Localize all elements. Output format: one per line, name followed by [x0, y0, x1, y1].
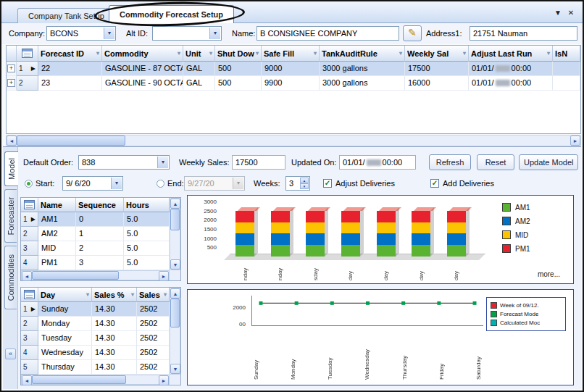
- row-header[interactable]: 4: [21, 346, 38, 360]
- grid-horizontal-scrollbar[interactable]: ◄ ►: [6, 135, 581, 146]
- tab-company-tank-setup[interactable]: Company Tank Setup: [17, 8, 115, 23]
- cell-sales-pct[interactable]: 14.30: [92, 360, 137, 375]
- scrollbar-track[interactable]: [170, 328, 180, 364]
- column-header-name[interactable]: Name: [38, 198, 76, 212]
- sort-down-icon[interactable]: ▾: [312, 50, 317, 57]
- scrollbar-track[interactable]: [119, 271, 159, 280]
- row-header[interactable]: 5: [21, 360, 38, 375]
- column-header-sales[interactable]: Sales▾: [137, 288, 170, 302]
- table-row[interactable]: 1▶ AM1 0 5.0: [21, 212, 170, 227]
- cell-hours[interactable]: 5.0: [124, 256, 170, 270]
- column-header-sales-pct[interactable]: Sales %▾: [92, 288, 137, 302]
- cell-commodity[interactable]: GASOLINE - 90 OCTA: [102, 76, 183, 91]
- chevron-down-icon[interactable]: ▾: [111, 178, 122, 189]
- scrollbar-track[interactable]: [126, 375, 159, 384]
- cell-day[interactable]: Thursday: [38, 360, 92, 375]
- row-selector-header[interactable]: [17, 46, 38, 62]
- start-date-picker[interactable]: 9/ 6/20 ▾: [62, 176, 123, 191]
- row-header[interactable]: 4: [21, 256, 38, 270]
- cell-name[interactable]: AM1: [38, 212, 76, 227]
- scroll-right-icon[interactable]: ►: [570, 135, 580, 146]
- side-tab-commodities[interactable]: Commodities: [4, 246, 17, 309]
- cell-tank-audit-rule[interactable]: 3000 gallons: [320, 62, 405, 76]
- close-icon[interactable]: ✕: [565, 7, 577, 19]
- column-header-day[interactable]: Day▾: [38, 288, 92, 302]
- cell-sequence[interactable]: 1: [76, 227, 124, 241]
- table-row[interactable]: 3 Tuesday 14.30 2502: [21, 331, 170, 346]
- reset-button[interactable]: Reset: [477, 154, 514, 170]
- horizontal-scrollbar[interactable]: ◄ ►: [21, 270, 170, 280]
- scroll-right-icon[interactable]: ►: [159, 271, 169, 281]
- scrollbar-thumb[interactable]: [170, 299, 180, 328]
- scrollbar-thumb[interactable]: [17, 135, 125, 146]
- table-row[interactable]: 1▶ Sunday 14.30 2502: [21, 302, 170, 317]
- scroll-right-icon[interactable]: ►: [159, 375, 169, 385]
- cell-safe-fill[interactable]: 9000: [262, 62, 320, 76]
- column-header-shut-down[interactable]: Shut Dow▾: [215, 46, 262, 62]
- column-header-unit[interactable]: Unit▾: [183, 46, 215, 62]
- cell-isn[interactable]: [553, 62, 580, 76]
- cell-commodity[interactable]: GASOLINE - 87 OCTA: [102, 62, 183, 76]
- scroll-left-icon[interactable]: ◄: [22, 375, 32, 385]
- cell-sequence[interactable]: 2: [76, 241, 124, 256]
- spin-down-icon[interactable]: ▾: [300, 183, 309, 189]
- update-model-button[interactable]: Update Model: [519, 154, 578, 170]
- cell-day[interactable]: Monday: [38, 317, 92, 331]
- scroll-up-icon[interactable]: ▲: [170, 199, 180, 209]
- tab-commodity-forecast-setup[interactable]: Commodity Forecast Setup: [109, 5, 234, 23]
- cell-sales-pct[interactable]: 14.30: [92, 346, 137, 360]
- cell-unit[interactable]: GAL: [183, 62, 215, 76]
- cell-hours[interactable]: 5.0: [124, 241, 170, 256]
- cell-sales-pct[interactable]: 14.30: [92, 302, 137, 317]
- sort-down-icon[interactable]: ▾: [130, 291, 134, 298]
- row-header[interactable]: 1▶: [21, 302, 38, 317]
- default-order-select[interactable]: 838 ▾: [78, 155, 170, 170]
- chevron-down-icon[interactable]: ▾: [209, 28, 220, 39]
- scroll-left-icon[interactable]: ◄: [7, 135, 17, 146]
- cell-forecast-id[interactable]: 22: [38, 62, 102, 76]
- sort-down-icon[interactable]: ▾: [162, 291, 167, 298]
- cell-shut-down[interactable]: 500: [215, 62, 262, 76]
- cell-name[interactable]: AM2: [38, 227, 76, 241]
- collapse-button[interactable]: «: [5, 349, 16, 359]
- row-header[interactable]: 3: [21, 241, 38, 256]
- column-header-forecast-id[interactable]: Forecast ID▾: [38, 46, 102, 62]
- pin-icon[interactable]: ▼: [552, 7, 564, 19]
- cell-hours[interactable]: 5.0: [124, 212, 170, 227]
- chevron-down-icon[interactable]: ▾: [104, 28, 114, 39]
- scroll-down-icon[interactable]: ▼: [170, 259, 180, 270]
- scrollbar-thumb[interactable]: [170, 209, 180, 230]
- cell-sales[interactable]: 2502: [137, 331, 170, 346]
- scrollbar-track[interactable]: [170, 230, 180, 259]
- cell-safe-fill[interactable]: 9900: [262, 76, 320, 91]
- cell-sales[interactable]: 2502: [137, 317, 170, 331]
- table-row[interactable]: 5 Thursday 14.30 2502: [21, 360, 170, 375]
- scrollbar-thumb[interactable]: [32, 375, 126, 384]
- sort-down-icon[interactable]: ▾: [462, 50, 466, 57]
- cell-sales-pct[interactable]: 14.30: [92, 331, 137, 346]
- scroll-down-icon[interactable]: ▼: [170, 364, 180, 374]
- add-deliveries-checkbox[interactable]: ✓: [430, 179, 439, 188]
- expand-cell[interactable]: +: [7, 62, 17, 76]
- cell-adjust-last-run[interactable]: 01/01/00:00: [469, 62, 553, 76]
- cell-sequence[interactable]: 3: [76, 256, 124, 270]
- side-tab-model[interactable]: Model: [4, 151, 18, 186]
- alt-id-select[interactable]: ▾: [152, 26, 222, 41]
- vertical-scrollbar[interactable]: ▲ ▼: [170, 198, 180, 270]
- weeks-stepper[interactable]: 3 ▴ ▾: [285, 176, 310, 191]
- refresh-button[interactable]: Refresh: [429, 154, 471, 170]
- spin-up-icon[interactable]: ▴: [300, 178, 309, 183]
- cell-day[interactable]: Wednesday: [38, 346, 92, 360]
- cell-day[interactable]: Sunday: [38, 302, 92, 317]
- company-select[interactable]: BCONS ▾: [46, 26, 116, 41]
- cell-shut-down[interactable]: 500: [215, 76, 262, 91]
- cell-tank-audit-rule[interactable]: 3000 gallons: [320, 76, 405, 91]
- cell-day[interactable]: Tuesday: [38, 331, 92, 346]
- horizontal-scrollbar[interactable]: ◄ ►: [21, 375, 170, 385]
- column-header-tank-audit-rule[interactable]: TankAuditRule▾: [320, 46, 405, 62]
- cell-name[interactable]: PM1: [38, 256, 76, 270]
- cell-sales[interactable]: 2502: [137, 360, 170, 375]
- weekly-sales-field[interactable]: 17500: [232, 155, 285, 170]
- scrollbar-track[interactable]: [125, 135, 570, 146]
- cell-isn[interactable]: [553, 76, 580, 91]
